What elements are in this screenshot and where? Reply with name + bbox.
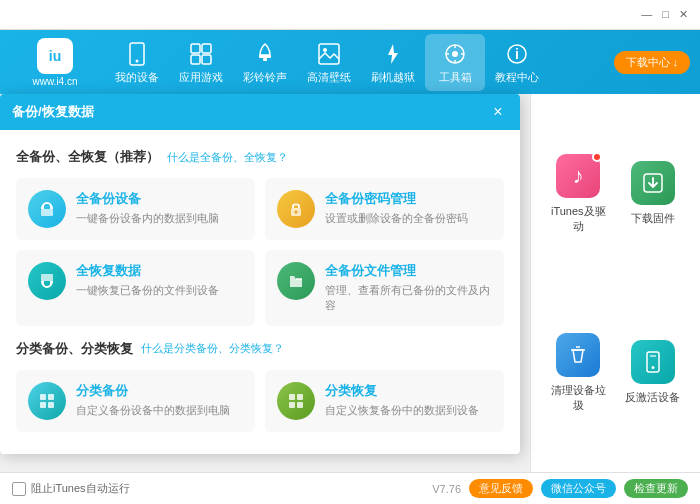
svg-rect-22 (40, 394, 46, 400)
section2-header: 分类备份、分类恢复 什么是分类备份、分类恢复？ (16, 340, 504, 358)
category-backup-icon (28, 382, 66, 420)
nav-item-device[interactable]: 我的设备 (105, 34, 169, 91)
clean-label: 清理设备垃圾 (547, 383, 610, 413)
full-restore-data-text: 全恢复数据 一键恢复已备份的文件到设备 (76, 262, 219, 298)
status-right: V7.76 意见反馈 微信公众号 检查更新 (432, 479, 688, 498)
itunes-icon: ♪ (573, 163, 584, 189)
category-restore-desc: 自定义恢复备份中的数据到设备 (325, 403, 479, 418)
feedback-btn[interactable]: 意见反馈 (469, 479, 533, 498)
nav-item-toolbox[interactable]: 工具箱 (425, 34, 485, 91)
svg-point-11 (452, 51, 458, 57)
nav-label-flash: 刷机越狱 (371, 70, 415, 85)
firmware-icon (640, 170, 666, 196)
category-backup-text: 分类备份 自定义备份设备中的数据到电脑 (76, 382, 230, 418)
firmware-label: 下载固件 (631, 211, 675, 226)
section2-link[interactable]: 什么是分类备份、分类恢复？ (141, 341, 284, 356)
full-backup-password-card[interactable]: 全备份密码管理 设置或删除设备的全备份密码 (265, 178, 504, 240)
nav-item-flash[interactable]: 刷机越狱 (361, 34, 425, 91)
nav-label-device: 我的设备 (115, 70, 159, 85)
download-center-btn[interactable]: 下载中心 ↓ (614, 51, 691, 74)
svg-rect-3 (202, 44, 211, 53)
reactivate-label: 反激活设备 (625, 390, 680, 405)
category-restore-text: 分类恢复 自定义恢复备份中的数据到设备 (325, 382, 479, 418)
tutorial-icon: i (503, 40, 531, 68)
nav-label-apps: 应用游戏 (179, 70, 223, 85)
svg-text:i: i (515, 46, 519, 62)
svg-point-20 (295, 211, 298, 214)
category-restore-card[interactable]: 分类恢复 自定义恢复备份中的数据到设备 (265, 370, 504, 432)
nav-item-wallpaper[interactable]: 高清壁纸 (297, 34, 361, 91)
svg-rect-28 (289, 402, 295, 408)
full-backup-device-title: 全备份设备 (76, 190, 219, 208)
full-backup-password-title: 全备份密码管理 (325, 190, 468, 208)
nav-label-wallpaper: 高清壁纸 (307, 70, 351, 85)
nav-item-apps[interactable]: 应用游戏 (169, 34, 233, 91)
full-backup-device-card[interactable]: 全备份设备 一键备份设备内的数据到电脑 (16, 178, 255, 240)
nav-item-tutorial[interactable]: i 教程中心 (485, 34, 549, 91)
backup-restore-modal: 备份/恢复数据 × 全备份、全恢复（推荐） 什么是全备份、全恢复？ 全备份设备 … (0, 94, 520, 454)
svg-rect-2 (191, 44, 200, 53)
logo-icon: iu (37, 38, 73, 74)
sidebar-item-itunes[interactable]: ♪ iTunes及驱动 (541, 104, 616, 283)
svg-rect-5 (202, 55, 211, 64)
sidebar-item-firmware[interactable]: 下载固件 (616, 104, 691, 283)
status-left: 阻止iTunes自动运行 (12, 481, 130, 496)
nav-label-ringtone: 彩铃铃声 (243, 70, 287, 85)
modal-title: 备份/恢复数据 (12, 103, 94, 121)
close-icon[interactable]: ✕ (675, 6, 692, 23)
logo-area: iu www.i4.cn (10, 38, 100, 87)
itunes-checkbox[interactable] (12, 482, 26, 496)
section2-title: 分类备份、分类恢复 (16, 340, 133, 358)
category-backup-cards: 分类备份 自定义备份设备中的数据到电脑 分类恢复 自定义恢复备份中的数据到设备 (16, 370, 504, 432)
flash-icon (379, 40, 407, 68)
svg-rect-27 (297, 394, 303, 400)
category-backup-desc: 自定义备份设备中的数据到电脑 (76, 403, 230, 418)
full-restore-data-title: 全恢复数据 (76, 262, 219, 280)
modal-header: 备份/恢复数据 × (0, 94, 520, 130)
version-text: V7.76 (432, 483, 461, 495)
reactivate-icon (640, 349, 666, 375)
modal-close-btn[interactable]: × (488, 102, 508, 122)
svg-rect-8 (319, 44, 339, 64)
wechat-btn[interactable]: 微信公众号 (541, 479, 616, 498)
svg-point-9 (323, 48, 327, 52)
full-restore-data-icon (28, 262, 66, 300)
sidebar-item-reactivate[interactable]: 反激活设备 (616, 283, 691, 462)
full-backup-file-desc: 管理、查看所有已备份的文件及内容 (325, 283, 492, 314)
clean-icon-wrap (556, 333, 600, 377)
apps-icon (187, 40, 215, 68)
nav-item-ringtone[interactable]: 彩铃铃声 (233, 34, 297, 91)
maximize-icon[interactable]: □ (658, 6, 673, 23)
full-backup-password-desc: 设置或删除设备的全备份密码 (325, 211, 468, 226)
clean-icon (565, 342, 591, 368)
logo-sub: www.i4.cn (32, 76, 77, 87)
full-restore-data-card[interactable]: 全恢复数据 一键恢复已备份的文件到设备 (16, 250, 255, 326)
full-backup-device-icon (28, 190, 66, 228)
svg-rect-7 (263, 58, 267, 61)
section1-header: 全备份、全恢复（推荐） 什么是全备份、全恢复？ (16, 148, 504, 166)
update-btn[interactable]: 检查更新 (624, 479, 688, 498)
full-backup-cards: 全备份设备 一键备份设备内的数据到电脑 全备份密码管理 设置或删除设备的全备份密… (16, 178, 504, 326)
nav-label-toolbox: 工具箱 (439, 70, 472, 85)
full-backup-file-card[interactable]: 全备份文件管理 管理、查看所有已备份的文件及内容 (265, 250, 504, 326)
itunes-status-label: 阻止iTunes自动运行 (31, 481, 130, 496)
svg-rect-23 (48, 394, 54, 400)
nav-items: 我的设备 应用游戏 彩铃铃声 高清壁纸 刷机越狱 (105, 34, 614, 91)
title-bar: — □ ✕ (0, 0, 700, 30)
full-backup-device-text: 全备份设备 一键备份设备内的数据到电脑 (76, 190, 219, 226)
section1-link[interactable]: 什么是全备份、全恢复？ (167, 150, 288, 165)
status-bar: 阻止iTunes自动运行 V7.76 意见反馈 微信公众号 检查更新 (0, 472, 700, 504)
svg-rect-4 (191, 55, 200, 64)
svg-point-34 (651, 366, 654, 369)
full-backup-file-icon (277, 262, 315, 300)
full-backup-file-text: 全备份文件管理 管理、查看所有已备份的文件及内容 (325, 262, 492, 314)
nav-label-tutorial: 教程中心 (495, 70, 539, 85)
window-controls[interactable]: — □ ✕ (637, 6, 692, 23)
full-backup-file-title: 全备份文件管理 (325, 262, 492, 280)
sidebar-grid: ♪ iTunes及驱动 下载固件 清理设备垃圾 反激活设备 (531, 94, 700, 472)
category-restore-icon (277, 382, 315, 420)
category-backup-card[interactable]: 分类备份 自定义备份设备中的数据到电脑 (16, 370, 255, 432)
sidebar-item-clean[interactable]: 清理设备垃圾 (541, 283, 616, 462)
section1-title: 全备份、全恢复（推荐） (16, 148, 159, 166)
minimize-icon[interactable]: — (637, 6, 656, 23)
